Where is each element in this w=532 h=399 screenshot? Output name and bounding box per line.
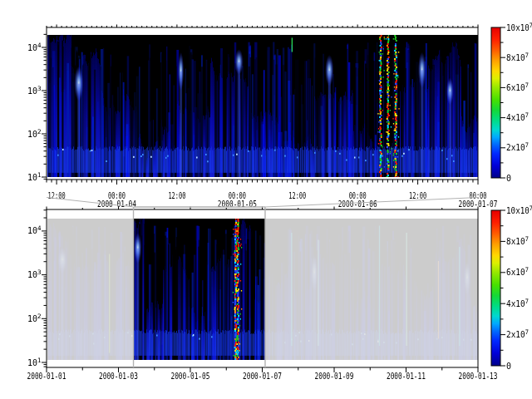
colorbar xyxy=(491,210,500,366)
overview-heatmap[interactable] xyxy=(47,219,478,360)
x-tick-date-label: 2000-01-09 xyxy=(315,372,354,381)
x-tick-date-label: 2000-01-05 xyxy=(218,200,257,209)
zoom-view-heatmap[interactable] xyxy=(47,35,478,177)
colorbar-tick-label: 6x107 xyxy=(506,81,529,92)
colorbar-tick-label: 0 xyxy=(506,174,511,183)
x-tick-time-label: 00:00 xyxy=(349,191,367,200)
x-tick-time-label: 12:00 xyxy=(168,191,185,200)
colorbar-tick-label: 8x107 xyxy=(506,52,529,62)
y-tick-label: 104 xyxy=(27,42,42,52)
colorbar xyxy=(491,27,500,178)
x-tick-date-label: 2000-01-07 xyxy=(459,200,498,209)
colorbar-tick-label: 4x107 xyxy=(506,111,529,122)
y-tick-label: 104 xyxy=(27,224,42,235)
x-tick-date-label: 2000-01-13 xyxy=(459,372,498,381)
y-tick-label: 101 xyxy=(27,357,42,367)
x-tick-time-label: 12:00 xyxy=(409,191,426,200)
x-tick-date-label: 2000-01-03 xyxy=(99,372,138,381)
x-tick-time-label: 00:00 xyxy=(470,191,487,200)
x-tick-date-label: 2000-01-01 xyxy=(27,372,66,381)
colorbar-tick-label: 4x107 xyxy=(506,298,529,308)
colorbar-tick-label: 2x107 xyxy=(506,328,529,339)
x-tick-date-label: 2000-01-06 xyxy=(338,200,377,209)
colorbar-tick-label: 0 xyxy=(506,362,511,371)
connector-line-right xyxy=(265,198,478,208)
spectrogram-figure: 10110210310412:0000:002000-01-0412:0000:… xyxy=(0,0,532,399)
colorbar-tick-label: 8x107 xyxy=(506,235,529,246)
y-tick-label: 103 xyxy=(27,85,42,96)
y-tick-label: 103 xyxy=(27,268,42,279)
x-tick-time-label: 12:00 xyxy=(48,191,66,200)
x-tick-time-label: 12:00 xyxy=(288,191,306,200)
y-tick-label: 101 xyxy=(27,171,42,182)
colorbar-tick-label: 6x107 xyxy=(506,266,529,277)
x-tick-date-label: 2000-01-04 xyxy=(97,200,136,209)
connector-line-left xyxy=(47,198,134,208)
x-tick-date-label: 2000-01-07 xyxy=(243,372,282,381)
y-tick-label: 102 xyxy=(27,313,42,323)
y-tick-label: 102 xyxy=(27,128,42,139)
colorbar-tick-label: 10x107 xyxy=(506,22,532,32)
x-tick-time-label: 00:00 xyxy=(108,191,126,200)
colorbar-tick-label: 10x107 xyxy=(506,204,532,215)
x-tick-date-label: 2000-01-11 xyxy=(387,372,426,381)
x-tick-date-label: 2000-01-05 xyxy=(170,372,209,381)
colorbar-tick-label: 2x107 xyxy=(506,141,529,152)
x-tick-time-label: 00:00 xyxy=(229,191,246,200)
